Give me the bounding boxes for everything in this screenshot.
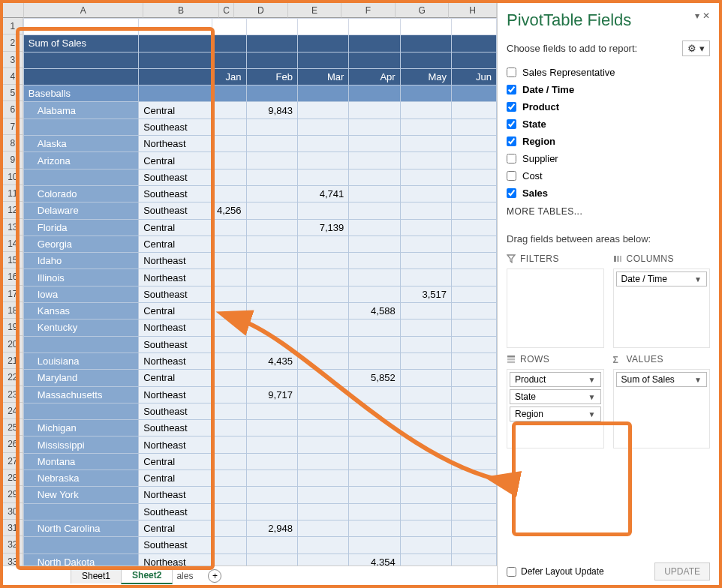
cell[interactable] — [400, 19, 451, 35]
cell[interactable] — [297, 253, 348, 269]
cell[interactable] — [212, 86, 246, 102]
cell[interactable] — [23, 336, 138, 352]
cell[interactable]: Central — [139, 370, 212, 386]
cell[interactable] — [400, 35, 451, 52]
field-checkbox[interactable]: Sales — [507, 184, 710, 202]
cell[interactable] — [400, 303, 451, 320]
cell[interactable] — [400, 370, 451, 386]
cell[interactable] — [349, 336, 400, 352]
row-header[interactable]: 27 — [3, 453, 23, 470]
cell[interactable] — [400, 152, 451, 169]
cell[interactable] — [297, 453, 348, 470]
cell[interactable] — [246, 537, 297, 554]
pane-tools-button[interactable]: ⚙ ▾ — [682, 40, 710, 56]
field-checkbox[interactable]: Sales Representative — [507, 64, 710, 81]
cell[interactable]: Delaware — [23, 202, 138, 219]
sheet-tab-1[interactable]: Sheet1 — [71, 568, 122, 584]
cell[interactable] — [349, 185, 400, 202]
cell[interactable]: Alabama — [23, 102, 138, 118]
cell[interactable] — [23, 169, 138, 185]
row-header[interactable]: 16 — [3, 268, 23, 285]
field-checkbox[interactable]: Cost — [507, 167, 710, 184]
cell[interactable]: Central — [139, 303, 212, 320]
cell[interactable] — [23, 68, 138, 85]
cell[interactable] — [400, 136, 451, 152]
cell[interactable]: Southeast — [139, 420, 212, 436]
row-header[interactable]: 11 — [3, 185, 23, 202]
cell[interactable] — [349, 386, 400, 403]
cell[interactable] — [400, 236, 451, 252]
cell[interactable]: Louisiana — [23, 352, 138, 369]
filters-zone[interactable]: FILTERS — [507, 254, 604, 348]
cell[interactable] — [349, 169, 400, 185]
cell[interactable] — [349, 487, 400, 503]
new-sheet-button[interactable]: + — [208, 569, 221, 583]
zone-field-chip[interactable]: Date / Time — [616, 272, 708, 286]
column-header[interactable]: D — [234, 3, 288, 18]
cell[interactable] — [246, 303, 297, 320]
cell[interactable]: Northeast — [139, 352, 212, 369]
cell[interactable] — [297, 86, 348, 102]
cell[interactable] — [400, 453, 451, 470]
cell[interactable] — [297, 169, 348, 185]
column-header[interactable]: E — [288, 3, 342, 18]
cell[interactable] — [246, 152, 297, 169]
cell[interactable]: Idaho — [23, 253, 138, 269]
column-header[interactable]: H — [449, 3, 497, 18]
field-checkbox[interactable]: Region — [507, 133, 710, 150]
cell[interactable]: Southeast — [139, 286, 212, 302]
cell[interactable] — [212, 503, 246, 520]
cell[interactable] — [349, 503, 400, 520]
cell[interactable] — [400, 269, 451, 286]
cell[interactable]: 4,354 — [349, 554, 400, 566]
cell[interactable] — [246, 470, 297, 487]
cell[interactable] — [139, 35, 212, 52]
cell[interactable] — [400, 336, 451, 352]
cell[interactable]: Northeast — [139, 320, 212, 336]
cell[interactable] — [452, 35, 497, 52]
cell[interactable]: Central — [139, 102, 212, 118]
cell[interactable] — [452, 269, 497, 286]
field-checkbox[interactable]: Product — [507, 98, 710, 116]
cell[interactable]: Apr — [349, 68, 400, 85]
cell[interactable]: Massachusetts — [23, 386, 138, 403]
cell[interactable] — [349, 320, 400, 336]
cell[interactable]: 4,741 — [297, 185, 348, 202]
cell[interactable] — [452, 236, 497, 252]
cell[interactable] — [452, 320, 497, 336]
cell[interactable] — [297, 403, 348, 419]
row-header[interactable]: 5 — [3, 85, 23, 101]
cell[interactable] — [212, 269, 246, 286]
cell[interactable]: Jun — [452, 68, 497, 85]
cell[interactable] — [246, 403, 297, 419]
cell[interactable] — [349, 420, 400, 436]
cell[interactable] — [246, 487, 297, 503]
cell[interactable] — [452, 102, 497, 118]
cell[interactable] — [297, 520, 348, 536]
cell[interactable] — [246, 136, 297, 152]
cell[interactable] — [349, 352, 400, 369]
column-header[interactable]: G — [396, 3, 450, 18]
column-headers[interactable]: ABCDEFGH — [3, 3, 497, 18]
cell[interactable]: Central — [139, 470, 212, 487]
cell[interactable]: Southeast — [139, 118, 212, 135]
cell[interactable] — [297, 136, 348, 152]
cell[interactable] — [400, 102, 451, 118]
cell[interactable]: Northeast — [139, 436, 212, 453]
cell[interactable] — [246, 436, 297, 453]
values-zone[interactable]: ΣVALUES Sum of Sales — [613, 354, 711, 448]
cell[interactable] — [212, 219, 246, 236]
cell[interactable] — [246, 554, 297, 566]
cell[interactable] — [452, 403, 497, 419]
cell[interactable] — [400, 86, 451, 102]
cell[interactable] — [246, 503, 297, 520]
cell[interactable]: Arizona — [23, 152, 138, 169]
cell[interactable] — [212, 554, 246, 566]
cell[interactable]: Illinois — [23, 269, 138, 286]
cell[interactable] — [400, 537, 451, 554]
cell[interactable] — [297, 320, 348, 336]
cell[interactable]: Northeast — [139, 269, 212, 286]
cell[interactable] — [452, 219, 497, 236]
cell[interactable] — [246, 453, 297, 470]
cell[interactable] — [246, 118, 297, 135]
